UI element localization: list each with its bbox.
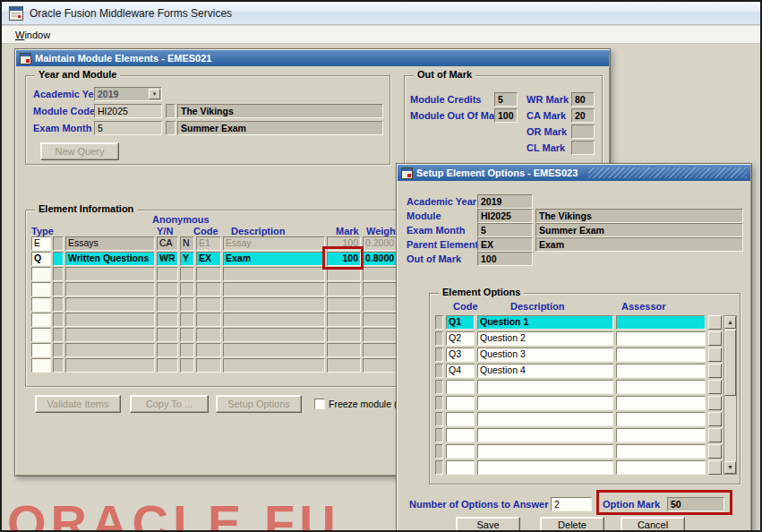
exam-month-field[interactable]: 5 <box>94 121 162 135</box>
setup-options-button[interactable]: Setup Options <box>216 395 302 413</box>
option-description-field[interactable] <box>477 428 613 442</box>
element-yn-field[interactable] <box>180 358 194 373</box>
element-anonymous-field[interactable] <box>157 313 178 327</box>
assessor-lov-button[interactable] <box>708 444 722 459</box>
option-assessor-field[interactable] <box>616 315 706 330</box>
element-weight-field[interactable] <box>363 282 397 296</box>
option-description-field[interactable]: Question 1 <box>477 315 613 330</box>
options-scrollbar[interactable]: ▲ ▼ <box>723 315 737 475</box>
element-yn-field[interactable] <box>180 343 194 357</box>
element-type-field[interactable] <box>31 343 51 357</box>
save-button[interactable]: Save <box>456 517 520 532</box>
element-yn-field[interactable] <box>180 313 194 327</box>
element-code-field[interactable] <box>196 282 221 296</box>
element-weight-field[interactable]: 0.8000 <box>363 252 397 266</box>
element-description-field[interactable] <box>223 328 325 342</box>
option-assessor-field[interactable] <box>616 412 706 426</box>
element-name-field[interactable] <box>65 282 155 296</box>
element-weight-field[interactable] <box>363 267 397 281</box>
element-mark-field[interactable] <box>327 297 361 312</box>
option-assessor-field[interactable] <box>616 444 706 459</box>
option-code-field[interactable]: Q2 <box>446 331 475 346</box>
element-mark-field[interactable] <box>327 328 361 342</box>
element-name-field[interactable] <box>65 267 155 281</box>
element-anonymous-field[interactable] <box>157 358 178 373</box>
element-yn-field[interactable] <box>180 282 194 296</box>
element-type-field[interactable] <box>31 297 51 312</box>
element-type-field[interactable] <box>31 328 51 342</box>
element-weight-field[interactable] <box>363 343 397 357</box>
element-code-field[interactable] <box>196 328 221 342</box>
option-description-field[interactable] <box>477 396 613 410</box>
element-weight-field[interactable] <box>363 358 397 373</box>
element-code-field[interactable]: EX <box>196 252 221 266</box>
academic-year-select[interactable]: 2019 ▼ <box>94 87 162 101</box>
element-weight-field[interactable]: 0.2000 <box>363 236 397 251</box>
element-code-field[interactable]: E1 <box>196 236 221 251</box>
option-assessor-field[interactable] <box>616 380 706 394</box>
option-code-field[interactable]: Q3 <box>446 348 475 362</box>
option-code-field[interactable] <box>446 428 475 442</box>
element-name-field[interactable] <box>65 313 155 327</box>
element-weight-field[interactable] <box>363 313 397 327</box>
scroll-up-icon[interactable]: ▲ <box>724 316 736 329</box>
option-description-field[interactable]: Question 2 <box>477 331 613 346</box>
element-name-field[interactable]: Written Questions <box>65 252 155 266</box>
element-description-field[interactable] <box>223 282 325 296</box>
element-description-field[interactable] <box>223 297 325 312</box>
option-assessor-field[interactable] <box>616 428 706 442</box>
element-code-field[interactable] <box>196 297 221 312</box>
element-description-field[interactable] <box>223 358 325 373</box>
element-type-field[interactable] <box>31 267 51 281</box>
element-name-field[interactable] <box>65 328 155 342</box>
new-query-button[interactable]: New Query <box>40 142 119 160</box>
number-of-options-field[interactable]: 2 <box>551 497 592 511</box>
element-name-field[interactable] <box>65 358 155 373</box>
assessor-lov-button[interactable] <box>708 412 722 426</box>
option-description-field[interactable] <box>477 460 613 475</box>
element-yn-field[interactable]: N <box>180 236 194 251</box>
assessor-lov-button[interactable] <box>708 460 722 475</box>
dropdown-arrow-icon[interactable]: ▼ <box>149 89 160 99</box>
element-yn-field[interactable] <box>180 267 194 281</box>
option-code-field[interactable] <box>446 412 475 426</box>
element-type-field[interactable] <box>31 358 51 373</box>
element-type-field[interactable]: E <box>31 236 51 251</box>
option-assessor-field[interactable] <box>616 364 706 378</box>
assessor-lov-button[interactable] <box>708 315 722 330</box>
element-anonymous-field[interactable] <box>157 328 178 342</box>
element-weight-field[interactable] <box>363 297 397 312</box>
validate-items-button[interactable]: Validate Items <box>35 395 121 413</box>
option-code-field[interactable] <box>446 460 475 475</box>
option-assessor-field[interactable] <box>616 348 706 362</box>
option-assessor-field[interactable] <box>616 331 706 346</box>
element-yn-field[interactable]: Y <box>180 252 194 266</box>
element-name-field[interactable]: Essays <box>65 236 155 251</box>
element-anonymous-field[interactable] <box>157 282 178 296</box>
element-mark-field[interactable] <box>327 282 361 296</box>
element-description-field[interactable]: Essay <box>223 236 325 251</box>
module-code-field[interactable]: HI2025 <box>94 104 162 118</box>
element-anonymous-field[interactable]: CA <box>157 236 178 251</box>
assessor-lov-button[interactable] <box>708 396 722 410</box>
element-description-field[interactable] <box>223 267 325 281</box>
element-type-field[interactable] <box>31 313 51 327</box>
option-description-field[interactable] <box>477 444 613 459</box>
assessor-lov-button[interactable] <box>708 428 722 442</box>
option-code-field[interactable] <box>446 396 475 410</box>
freeze-module-checkbox[interactable] <box>314 399 325 409</box>
delete-button[interactable]: Delete <box>540 517 604 532</box>
element-mark-field[interactable] <box>327 358 361 373</box>
element-anonymous-field[interactable] <box>157 343 178 357</box>
element-anonymous-field[interactable] <box>157 267 178 281</box>
element-name-field[interactable] <box>65 297 155 312</box>
element-code-field[interactable] <box>196 267 221 281</box>
element-weight-field[interactable] <box>363 328 397 342</box>
assessor-lov-button[interactable] <box>708 380 722 394</box>
element-mark-field[interactable] <box>327 313 361 327</box>
option-assessor-field[interactable] <box>616 460 706 475</box>
assessor-lov-button[interactable] <box>708 331 722 346</box>
element-description-field[interactable] <box>223 343 325 357</box>
copy-to-button[interactable]: Copy To ... <box>130 395 209 413</box>
element-description-field[interactable] <box>223 313 325 327</box>
